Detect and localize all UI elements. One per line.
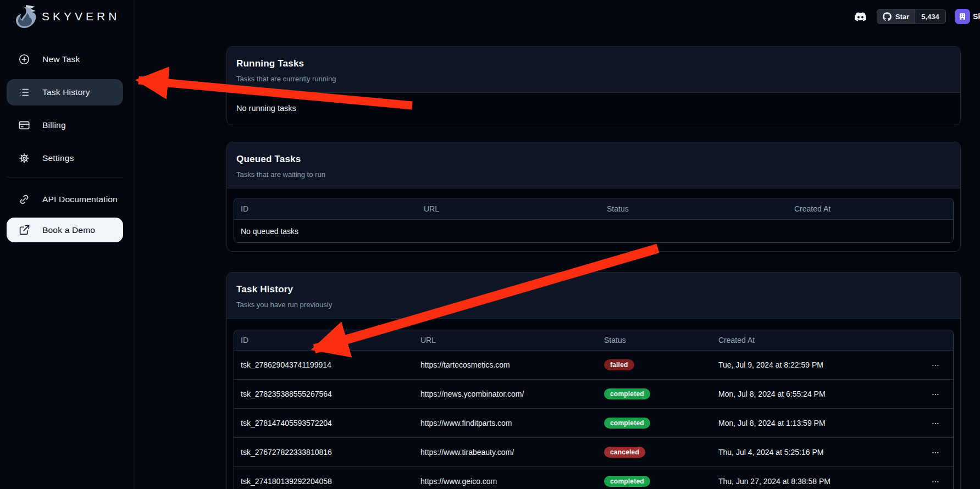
sidebar-item-new-task[interactable]: New Task (7, 46, 123, 73)
row-actions-button[interactable]: ⋯ (918, 380, 953, 408)
column-header-created-at: Created At (712, 330, 918, 350)
status-badge: canceled (604, 447, 645, 458)
empty-state-text: No queued tasks (234, 220, 953, 242)
sidebar-item-label: API Documentation (42, 195, 118, 204)
credit-card-icon (18, 119, 30, 131)
status-badge: completed (604, 418, 650, 429)
card-subtitle: Tasks that are currently running (236, 75, 951, 83)
github-icon (883, 12, 892, 21)
task-url-cell: https://www.geico.com (414, 467, 597, 489)
card-title: Queued Tasks (236, 154, 951, 165)
table-row[interactable]: tsk_276727822333810816 https://www.tirab… (234, 437, 953, 466)
sidebar-item-label: New Task (42, 54, 80, 64)
sidebar-item-label: Billing (42, 120, 66, 130)
row-actions-button[interactable]: ⋯ (918, 351, 953, 379)
table-header-row: ID URL Status Created At (234, 198, 953, 219)
task-history-card: Task History Tasks you have run previous… (226, 272, 961, 489)
sidebar-item-task-history[interactable]: Task History (7, 79, 123, 105)
card-subtitle: Tasks you have run previously (236, 301, 951, 309)
card-subtitle: Tasks that are waiting to run (236, 170, 951, 179)
external-link-icon (18, 224, 30, 236)
task-id-cell: tsk_278235388555267564 (234, 380, 414, 408)
sidebar-item-settings[interactable]: Settings (7, 145, 123, 171)
dragon-logo-icon (11, 3, 37, 30)
sidebar-item-label: Settings (42, 153, 74, 163)
queued-tasks-table: ID URL Status Created At No queued tasks (234, 198, 954, 243)
table-header-row: ID URL Status Created At (234, 330, 953, 350)
sidebar-item-label: Task History (42, 87, 90, 97)
task-url-cell: https://tartecosmetics.com (414, 351, 597, 379)
card-header: Running Tasks Tasks that are currently r… (227, 47, 960, 93)
gear-icon (18, 152, 30, 164)
task-id-cell: tsk_274180139292204058 (234, 467, 414, 489)
sidebar-item-billing[interactable]: Billing (7, 112, 123, 138)
column-header-url: URL (417, 198, 600, 219)
discord-icon (853, 11, 868, 23)
created-at-cell: Tue, Jul 9, 2024 at 8:22:59 PM (712, 351, 918, 379)
app-window: SKYVERN New Task Task History Billing Se (0, 0, 980, 489)
created-at-cell: Mon, Jul 8, 2024 at 1:13:59 PM (712, 409, 918, 437)
created-at-cell: Mon, Jul 8, 2024 at 6:55:24 PM (712, 380, 918, 408)
sidebar-divider (7, 177, 123, 177)
link-icon (18, 193, 30, 205)
empty-state-text: No running tasks (234, 99, 954, 120)
card-title: Task History (236, 284, 951, 295)
sidebar: SKYVERN New Task Task History Billing Se (0, 0, 135, 489)
sidebar-item-label: Book a Demo (42, 225, 95, 235)
created-at-cell: Thu, Jun 27, 2024 at 8:38:58 PM (712, 467, 918, 489)
discord-link[interactable] (851, 8, 870, 25)
card-header: Task History Tasks you have run previous… (227, 273, 960, 319)
row-actions-button[interactable]: ⋯ (918, 438, 953, 466)
row-actions-button[interactable]: ⋯ (918, 409, 953, 437)
column-header-id: ID (234, 198, 417, 219)
table-row[interactable]: tsk_278629043741199914 https://tartecosm… (234, 350, 953, 379)
book-a-demo-button[interactable]: Book a Demo (7, 218, 123, 242)
queued-tasks-card: Queued Tasks Tasks that are waiting to r… (226, 142, 961, 252)
table-row[interactable]: tsk_278147405593572204 https://www.findi… (234, 408, 953, 437)
column-header-actions (918, 330, 953, 350)
task-history-table: ID URL Status Created At tsk_27862904374… (234, 330, 954, 489)
status-badge: completed (604, 476, 650, 487)
brand-logo[interactable]: SKYVERN (11, 3, 120, 30)
task-url-cell: https://www.finditparts.com (414, 409, 597, 437)
github-star-count: 5,434 (915, 9, 945, 24)
user-avatar[interactable] (955, 9, 970, 24)
running-tasks-card: Running Tasks Tasks that are currently r… (226, 46, 961, 125)
task-id-cell: tsk_278147405593572204 (234, 409, 414, 437)
task-url-cell: https://www.tirabeauty.com/ (414, 438, 597, 466)
github-star-segment: Star (877, 9, 915, 24)
organization-avatar-icon (958, 12, 967, 21)
task-id-cell: tsk_276727822333810816 (234, 438, 414, 466)
status-badge: failed (604, 359, 634, 370)
github-star-button[interactable]: Star 5,434 (877, 9, 946, 24)
empty-table-row: No queued tasks (234, 219, 953, 242)
table-row[interactable]: tsk_274180139292204058 https://www.geico… (234, 466, 953, 489)
status-badge: completed (604, 388, 650, 399)
column-header-url: URL (414, 330, 597, 350)
created-at-cell: Thu, Jul 4, 2024 at 5:25:16 PM (712, 438, 918, 466)
row-actions-button[interactable]: ⋯ (918, 467, 953, 489)
card-header: Queued Tasks Tasks that are waiting to r… (227, 142, 960, 188)
column-header-created-at: Created At (788, 198, 953, 219)
list-icon (18, 86, 30, 98)
user-name: Sk (973, 12, 980, 21)
column-header-status: Status (600, 198, 788, 219)
task-url-cell: https://news.ycombinator.com/ (414, 380, 597, 408)
task-id-cell: tsk_278629043741199914 (234, 351, 414, 379)
column-header-id: ID (234, 330, 414, 350)
sidebar-item-api-documentation[interactable]: API Documentation (7, 187, 123, 212)
plus-circle-icon (18, 53, 30, 65)
column-header-status: Status (597, 330, 712, 350)
brand-name: SKYVERN (42, 10, 120, 23)
table-row[interactable]: tsk_278235388555267564 https://news.ycom… (234, 379, 953, 408)
card-title: Running Tasks (236, 58, 951, 69)
github-star-label: Star (895, 13, 909, 21)
